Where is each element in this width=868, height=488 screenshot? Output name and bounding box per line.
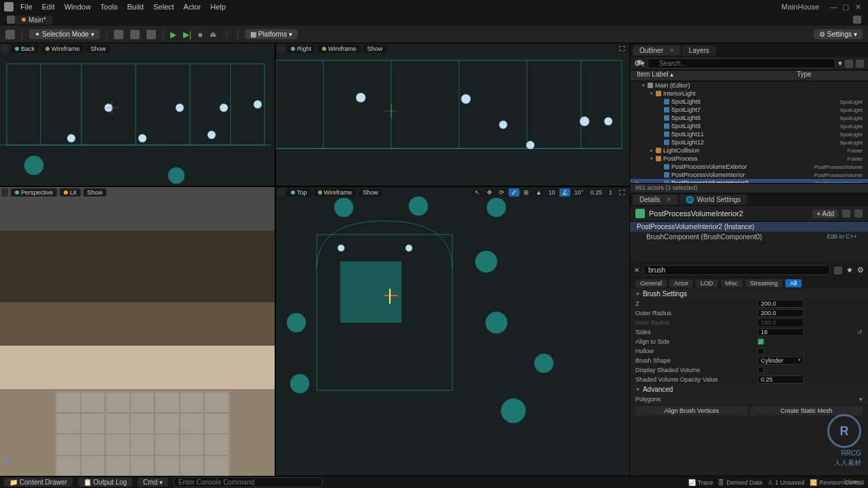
view-type-back[interactable]: Back xyxy=(11,45,39,53)
content-drawer-button[interactable]: 📁 Content Drawer xyxy=(4,478,73,487)
lock-icon[interactable] xyxy=(854,209,863,218)
cat-misc[interactable]: Misc xyxy=(721,279,743,287)
move-tool-icon[interactable]: ✥ xyxy=(484,188,495,197)
grid-snap-value[interactable]: 10 xyxy=(546,188,558,197)
menu-actor[interactable]: Actor xyxy=(184,3,201,11)
tab-layers[interactable]: Layers xyxy=(682,45,716,56)
section-advanced[interactable]: ▼Advanced xyxy=(630,384,868,394)
play-options-button[interactable]: ⋮ xyxy=(223,30,231,39)
show-menu[interactable]: Show xyxy=(83,188,107,197)
angle-snap-value[interactable]: 10° xyxy=(572,188,587,197)
view-type-perspective[interactable]: Perspective xyxy=(11,188,57,197)
eject-button[interactable]: ⏏ xyxy=(210,30,216,39)
expand-icon[interactable]: ▸ xyxy=(650,148,656,153)
menu-file[interactable]: File xyxy=(20,3,33,11)
show-menu[interactable]: Show xyxy=(87,45,111,53)
outliner-options-icon[interactable]: ▾ xyxy=(838,59,842,68)
menu-edit[interactable]: Edit xyxy=(42,3,55,11)
tab-home-icon[interactable] xyxy=(7,16,15,24)
prop-sides-input[interactable] xyxy=(757,328,804,336)
cmd-selector[interactable]: Cmd ▾ xyxy=(138,478,168,487)
shading-lit[interactable]: Lit xyxy=(60,188,81,197)
shading-wireframe[interactable]: Wireframe xyxy=(41,45,84,53)
edit-cpp-link[interactable]: Edit in C++ xyxy=(827,233,857,241)
tab-world-settings[interactable]: 🌐 World Settings xyxy=(679,195,747,205)
tree-row[interactable]: ▾PostProcessFolder xyxy=(630,155,868,163)
viewport-perspective[interactable]: Perspective Lit Show ZX xyxy=(0,187,275,476)
settings-icon[interactable] xyxy=(856,60,864,68)
close-icon[interactable]: × xyxy=(667,196,671,203)
prop-hollow-checkbox[interactable] xyxy=(757,348,764,354)
tab-details[interactable]: Details× xyxy=(633,195,677,205)
viewport-options-icon[interactable] xyxy=(1,45,8,53)
prop-shape-select[interactable]: Cylinder xyxy=(757,357,804,365)
add-component-button[interactable]: + Add xyxy=(812,209,838,218)
close-icon[interactable]: × xyxy=(670,47,674,54)
coord-space-icon[interactable]: ⊞ xyxy=(521,188,532,197)
menu-select[interactable]: Select xyxy=(153,3,174,11)
console-input[interactable] xyxy=(174,477,323,487)
details-filter-input[interactable] xyxy=(644,265,830,275)
selection-mode-button[interactable]: ✦ Selection Mode ▾ xyxy=(29,29,100,39)
tree-row[interactable]: ▾InteriorLight xyxy=(630,89,868,98)
expand-icon[interactable]: ▾ xyxy=(650,91,656,96)
tab-outliner[interactable]: Outliner× xyxy=(633,45,681,56)
tree-row[interactable]: ▾Main (Editor) xyxy=(630,81,868,89)
actor-name[interactable]: PostProcessVolumeInterior2 xyxy=(649,209,808,218)
tree-row[interactable]: SpotLight9SpotLight xyxy=(630,122,868,130)
outliner-tree[interactable]: ▾Main (Editor)▾InteriorLightSpotLight6Sp… xyxy=(630,81,868,183)
cat-all[interactable]: All xyxy=(785,279,802,287)
viewport-options-icon[interactable] xyxy=(277,45,284,53)
close-button[interactable]: ✕ xyxy=(852,3,864,12)
favorite-icon[interactable]: ★ xyxy=(846,266,853,274)
expand-icon[interactable]: ▾ xyxy=(650,156,656,161)
column-type[interactable]: Type xyxy=(793,70,868,81)
revision-control-status[interactable]: 🔀 Revision Control xyxy=(810,479,864,486)
view-type-top[interactable]: Top xyxy=(287,188,311,197)
marketplace-button[interactable] xyxy=(130,30,140,39)
prop-align-checkbox[interactable]: ✓ xyxy=(757,338,764,345)
add-content-button[interactable] xyxy=(114,30,123,39)
output-log-button[interactable]: 📋 Output Log xyxy=(78,478,132,487)
prop-display-checkbox[interactable] xyxy=(757,367,764,373)
cat-actor[interactable]: Actor xyxy=(669,279,693,287)
shading-wireframe[interactable]: Wireframe xyxy=(314,188,357,197)
minimize-button[interactable]: — xyxy=(827,3,840,11)
play-button[interactable]: ▶ xyxy=(170,30,176,39)
component-instance[interactable]: PostProcessVolumeInterior2 (Instance) xyxy=(630,222,868,232)
reset-icon[interactable]: ↺ xyxy=(857,329,863,336)
viewport-right[interactable]: Right Wireframe Show ⛶ xyxy=(276,43,629,186)
surface-snap-icon[interactable]: ▲ xyxy=(533,188,545,197)
create-static-mesh-button[interactable]: Create Static Mesh xyxy=(751,406,863,415)
show-menu[interactable]: Show xyxy=(359,188,382,197)
maximize-viewport-icon[interactable]: ⛶ xyxy=(616,45,628,53)
section-brush-settings[interactable]: ▼Brush Settings xyxy=(630,289,868,299)
prop-polygons-label[interactable]: Polygons xyxy=(635,396,757,403)
rotate-tool-icon[interactable]: ⟳ xyxy=(496,188,507,197)
cat-streaming[interactable]: Streaming xyxy=(745,279,783,287)
viewport-options-icon[interactable] xyxy=(1,188,8,197)
prop-z-input[interactable] xyxy=(757,300,804,308)
play-next-button[interactable]: ▶| xyxy=(183,30,191,39)
scale-tool-icon[interactable]: ⤢ xyxy=(509,188,519,197)
layout-icon[interactable] xyxy=(853,16,861,24)
cinematics-button[interactable] xyxy=(146,30,156,39)
platforms-button[interactable]: ▦ Platforms ▾ xyxy=(245,29,298,39)
menu-tools[interactable]: Tools xyxy=(100,3,118,11)
align-vertices-button[interactable]: Align Brush Vertices xyxy=(635,406,748,415)
column-item-label[interactable]: Item Label ▴ xyxy=(630,70,793,81)
derived-data-status[interactable]: 🗄 Derived Data xyxy=(718,479,762,486)
tree-row[interactable]: SpotLight12SpotLight xyxy=(630,138,868,146)
scale-snap-value[interactable]: 0.25 xyxy=(587,188,605,197)
prop-opacity-input[interactable] xyxy=(757,375,804,384)
component-brush[interactable]: BrushComponent (BrushComponent0) Edit in… xyxy=(630,232,868,242)
unsaved-status[interactable]: ⚠ 1 Unsaved xyxy=(768,479,804,486)
cat-lod[interactable]: LOD xyxy=(696,279,718,287)
transform-tool-icon[interactable]: ↖ xyxy=(472,188,483,197)
browse-icon[interactable] xyxy=(842,209,850,218)
tree-row[interactable]: SpotLight11SpotLight xyxy=(630,130,868,138)
menu-build[interactable]: Build xyxy=(127,3,144,11)
settings-button[interactable]: ⚙ Settings ▾ xyxy=(814,29,863,39)
new-folder-icon[interactable] xyxy=(845,60,853,68)
outliner-search-input[interactable] xyxy=(648,58,835,68)
